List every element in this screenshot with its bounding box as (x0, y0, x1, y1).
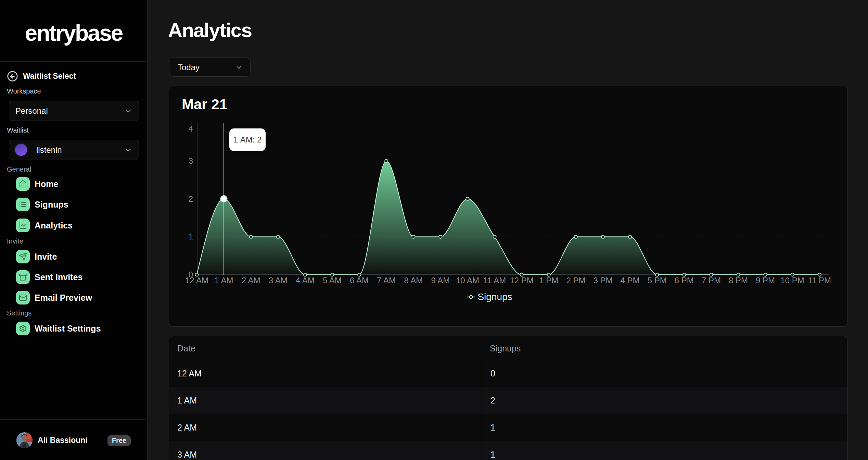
svg-text:4: 4 (189, 124, 193, 133)
svg-text:4 AM: 4 AM (296, 276, 315, 285)
svg-text:12 PM: 12 PM (510, 276, 534, 285)
svg-text:2 AM: 2 AM (242, 276, 260, 285)
svg-text:5 AM: 5 AM (323, 276, 342, 285)
svg-text:8 AM: 8 AM (404, 276, 423, 285)
svg-text:10 PM: 10 PM (781, 276, 804, 285)
svg-text:11 AM: 11 AM (483, 276, 506, 285)
svg-text:5 PM: 5 PM (648, 276, 667, 285)
svg-text:3 AM: 3 AM (269, 276, 288, 285)
svg-text:7 AM: 7 AM (377, 276, 396, 285)
svg-text:1 AM: 1 AM (215, 276, 233, 285)
svg-text:6 AM: 6 AM (350, 276, 369, 285)
svg-text:3 PM: 3 PM (593, 276, 612, 285)
svg-text:4 PM: 4 PM (621, 276, 640, 285)
svg-text:8 PM: 8 PM (729, 276, 748, 285)
svg-text:6 PM: 6 PM (675, 276, 694, 285)
svg-text:7 PM: 7 PM (702, 276, 721, 285)
svg-text:1: 1 (189, 232, 193, 241)
svg-text:12 AM: 12 AM (185, 276, 208, 285)
svg-text:11 PM: 11 PM (808, 276, 831, 285)
svg-text:9 AM: 9 AM (431, 276, 450, 285)
svg-text:10 AM: 10 AM (456, 276, 479, 285)
svg-text:9 PM: 9 PM (756, 276, 775, 285)
svg-text:3: 3 (189, 156, 193, 165)
svg-text:2 PM: 2 PM (566, 276, 585, 285)
svg-text:2: 2 (189, 194, 193, 203)
svg-text:1 PM: 1 PM (539, 276, 558, 285)
